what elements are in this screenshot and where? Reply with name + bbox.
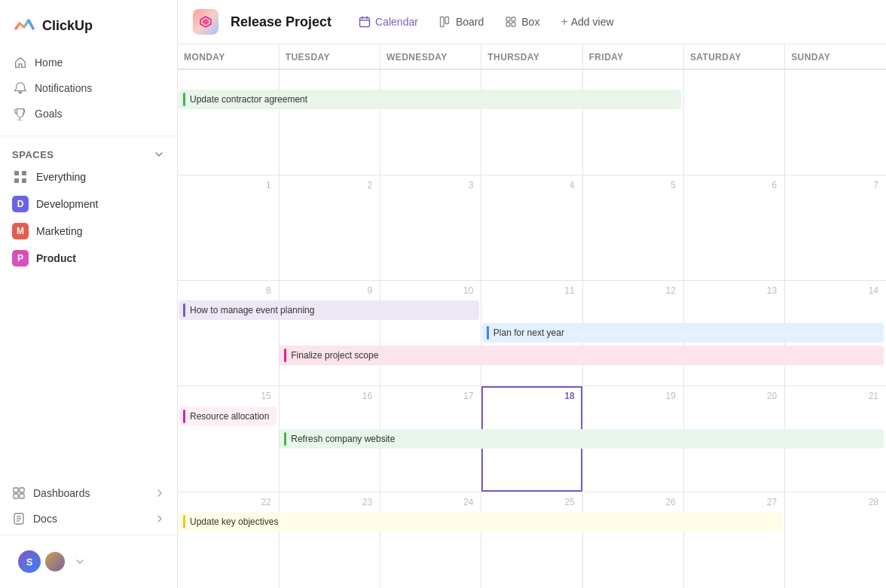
event-bar[interactable]: Resource allocation xyxy=(179,407,276,426)
spaces-chevron-icon[interactable] xyxy=(153,148,165,160)
svg-rect-23 xyxy=(512,23,515,26)
calendar-cell[interactable] xyxy=(481,69,582,175)
tab-calendar[interactable]: Calendar xyxy=(350,11,427,32)
dashboards-label: Dashboards xyxy=(33,487,90,499)
event-bar[interactable]: Finalize project scope xyxy=(280,346,884,365)
sidebar-item-notifications[interactable]: Notifications xyxy=(6,75,171,101)
sidebar-item-home[interactable]: Home xyxy=(6,50,171,75)
calendar-cell[interactable] xyxy=(582,69,683,175)
event-bar[interactable]: How to manage event planning xyxy=(179,300,479,320)
calendar-week-row xyxy=(178,69,886,175)
header-tabs: Calendar Board Box xyxy=(350,11,622,33)
event-color-dot xyxy=(284,349,286,362)
calendar-cell[interactable] xyxy=(279,69,380,175)
calendar-table: Monday Tuesday Wednesday Thursday Friday… xyxy=(178,44,886,588)
calendar-view: Monday Tuesday Wednesday Thursday Friday… xyxy=(178,44,886,588)
docs-label: Docs xyxy=(33,513,57,525)
event-label: Finalize project scope xyxy=(291,350,378,361)
user-profile[interactable]: S xyxy=(12,544,165,579)
calendar-cell[interactable]: 8 xyxy=(178,281,279,386)
event-color-dot xyxy=(183,410,185,423)
spaces-title: Spaces xyxy=(12,149,54,160)
calendar-cell[interactable] xyxy=(178,69,279,175)
col-monday: Monday xyxy=(178,44,279,69)
event-label: Plan for next year xyxy=(493,328,564,338)
sidebar-divider-1 xyxy=(0,136,177,136)
col-saturday: Saturday xyxy=(683,44,784,69)
clickup-logo-icon xyxy=(12,14,36,38)
svg-rect-14 xyxy=(360,18,370,27)
marketing-badge: M xyxy=(12,223,29,239)
calendar-cell[interactable] xyxy=(380,69,481,175)
calendar-cell[interactable]: 22 xyxy=(178,492,279,589)
calendar-cell[interactable]: 4 xyxy=(481,175,582,281)
svg-rect-0 xyxy=(14,171,19,175)
sidebar-item-goals[interactable]: Goals xyxy=(6,101,171,126)
sidebar-bottom-section: Dashboards Docs xyxy=(0,477,177,535)
svg-rect-2 xyxy=(14,178,19,183)
docs-chevron-icon xyxy=(154,513,165,524)
sidebar-item-development[interactable]: D Development xyxy=(5,190,173,218)
calendar-cell[interactable]: 1 xyxy=(178,175,279,281)
event-label: Refresh company website xyxy=(291,434,395,444)
development-label: Development xyxy=(36,198,99,210)
calendar-cell[interactable]: 7 xyxy=(785,175,886,281)
bell-icon xyxy=(14,81,27,95)
event-bar[interactable]: Plan for next year xyxy=(482,323,884,343)
calendar-cell[interactable]: 27 xyxy=(683,492,784,589)
calendar-cell[interactable]: 10 xyxy=(380,281,481,386)
product-label: Product xyxy=(36,252,76,264)
calendar-cell[interactable]: 28 xyxy=(785,492,886,589)
sidebar: ClickUp Home Notifications Goals Spaces xyxy=(0,0,178,588)
event-bar[interactable]: Update contractor agreement xyxy=(179,90,681,109)
calendar-cell[interactable]: 25 xyxy=(481,492,582,589)
spaces-header: Spaces xyxy=(0,142,177,163)
calendar-cell[interactable]: 2 xyxy=(279,175,380,281)
svg-rect-21 xyxy=(512,17,515,21)
sidebar-item-marketing[interactable]: M Marketing xyxy=(5,218,173,245)
sidebar-item-docs[interactable]: Docs xyxy=(6,506,171,532)
calendar-cell[interactable]: 15 xyxy=(178,386,279,492)
calendar-cell[interactable] xyxy=(785,69,886,175)
home-label: Home xyxy=(35,56,63,69)
calendar-body: Update contractor agreement1234567891011… xyxy=(178,69,886,588)
svg-rect-22 xyxy=(506,23,510,26)
event-bar[interactable]: Refresh company website xyxy=(280,429,884,449)
svg-rect-6 xyxy=(14,494,18,498)
box-tab-icon xyxy=(505,16,517,28)
dashboard-icon xyxy=(12,486,26,500)
user-chevron-icon xyxy=(75,557,84,566)
calendar-cell[interactable]: 26 xyxy=(582,492,683,589)
home-icon xyxy=(14,56,27,69)
calendar-header-row: Monday Tuesday Wednesday Thursday Friday… xyxy=(178,44,886,69)
event-bar[interactable]: Update key objectives xyxy=(179,512,783,532)
svg-rect-7 xyxy=(20,494,24,498)
main-content: Release Project Calendar Board xyxy=(178,0,886,588)
event-label: How to manage event planning xyxy=(190,305,314,315)
product-badge: P xyxy=(12,250,29,267)
svg-rect-5 xyxy=(20,488,24,492)
event-label: Update contractor agreement xyxy=(190,94,307,105)
calendar-cell[interactable]: 6 xyxy=(683,175,784,281)
dashboards-chevron-icon xyxy=(154,488,165,498)
sidebar-item-dashboards[interactable]: Dashboards xyxy=(6,480,171,506)
col-sunday: Sunday xyxy=(785,44,886,69)
grid-icon xyxy=(12,169,29,185)
tab-board[interactable]: Board xyxy=(430,11,493,32)
logo-area: ClickUp xyxy=(0,0,177,47)
svg-rect-18 xyxy=(440,17,444,27)
calendar-cell[interactable]: 5 xyxy=(582,175,683,281)
calendar-cell[interactable]: 9 xyxy=(279,281,380,386)
notifications-label: Notifications xyxy=(35,82,92,94)
sidebar-item-product[interactable]: P Product xyxy=(5,245,173,272)
calendar-cell[interactable] xyxy=(683,69,784,175)
calendar-cell[interactable]: 23 xyxy=(279,492,380,589)
sidebar-item-everything[interactable]: Everything xyxy=(5,163,173,190)
col-thursday: Thursday xyxy=(481,44,582,69)
everything-label: Everything xyxy=(36,171,86,183)
calendar-cell[interactable]: 3 xyxy=(380,175,481,281)
tab-box[interactable]: Box xyxy=(496,11,548,32)
event-label: Resource allocation xyxy=(190,411,269,422)
calendar-cell[interactable]: 24 xyxy=(380,492,481,589)
add-view-button[interactable]: + Add view xyxy=(551,11,622,33)
